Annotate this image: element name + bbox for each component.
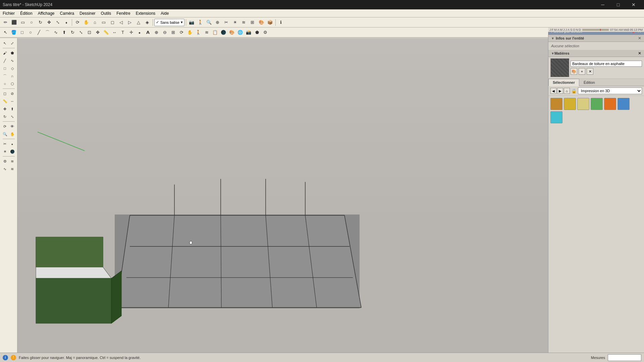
t2-component[interactable]: 📋: [211, 28, 219, 37]
tab-edition[interactable]: Édition: [579, 79, 599, 86]
select-secondary-btn[interactable]: ⤢: [9, 40, 16, 47]
tape-btn[interactable]: 📏: [1, 98, 9, 105]
pan-btn[interactable]: ✋: [82, 18, 90, 26]
nav-home-btn[interactable]: ⌂: [564, 88, 570, 94]
mat-pick-btn[interactable]: 🎨: [571, 68, 577, 75]
t2-arc[interactable]: ⌒: [43, 28, 51, 37]
left-btn[interactable]: ◁: [117, 18, 125, 26]
t2-layers[interactable]: ≋: [203, 28, 211, 37]
t2-push[interactable]: ⬆: [60, 28, 68, 37]
menu-item-édition[interactable]: Édition: [17, 9, 35, 17]
front-btn[interactable]: ▭: [100, 18, 108, 26]
sandbox2-lt-btn[interactable]: ≋: [9, 165, 16, 173]
section-lt-btn[interactable]: ✂: [1, 140, 9, 147]
scale-tool-btn[interactable]: ⤡: [54, 18, 62, 26]
info-icon[interactable]: i: [3, 355, 8, 360]
nav-back-btn[interactable]: ◀: [550, 88, 556, 94]
sandbox-lt-btn[interactable]: ∿: [1, 165, 9, 173]
t2-zoom-fit[interactable]: ⊞: [169, 28, 177, 37]
fill-btn[interactable]: ⬟: [9, 49, 16, 57]
close-button[interactable]: ✕: [626, 0, 641, 9]
rotate-lt-btn[interactable]: ↻: [1, 113, 9, 120]
t2-tape[interactable]: 📏: [102, 28, 110, 37]
entity-info-header[interactable]: ▼ Infos sur l'entité ✕: [548, 35, 644, 42]
menu-item-fichier[interactable]: Fichier: [0, 9, 17, 17]
entity-btn[interactable]: ℹ: [277, 18, 285, 26]
t2-rotate[interactable]: ↻: [68, 28, 76, 37]
swatch-orange[interactable]: [604, 98, 616, 110]
section2-lt-btn[interactable]: ⬥: [9, 140, 16, 147]
sections-btn[interactable]: ✂: [222, 18, 230, 26]
top-btn[interactable]: △: [135, 18, 143, 26]
entity-close-btn[interactable]: ✕: [638, 36, 641, 41]
scale-lt-btn[interactable]: ⤡: [9, 113, 16, 120]
menu-item-affichage[interactable]: Affichage: [35, 9, 57, 17]
walk-btn[interactable]: 🚶: [196, 18, 204, 26]
t2-advanced[interactable]: ⚙: [261, 28, 269, 37]
match-btn[interactable]: ⊞: [249, 18, 257, 26]
t2-zoom-in[interactable]: ⊕: [152, 28, 160, 37]
timeline-progress[interactable]: [582, 29, 609, 31]
right-btn[interactable]: ▷: [126, 18, 134, 26]
menu-item-dessiner[interactable]: Dessiner: [77, 9, 98, 17]
menu-item-outils[interactable]: Outils: [98, 9, 114, 17]
t2-freehand[interactable]: ∿: [52, 28, 60, 37]
orbit-lt-btn[interactable]: ⟳: [1, 123, 9, 130]
offset-tool-btn[interactable]: ⬧: [62, 18, 70, 26]
minimize-button[interactable]: ─: [595, 0, 610, 9]
swatch-green[interactable]: [591, 98, 603, 110]
tab-select[interactable]: Sélectionner: [548, 79, 579, 86]
zoom-ext-btn[interactable]: ⊕: [214, 18, 222, 26]
rect-tool-btn[interactable]: ▭: [19, 18, 27, 26]
menu-item-aide[interactable]: Aide: [158, 9, 171, 17]
t2-zoom-out[interactable]: ⊖: [161, 28, 169, 37]
t2-dim[interactable]: ↔: [110, 28, 118, 37]
t2-orbit[interactable]: ⟳: [177, 28, 185, 37]
swatch-yellow-brown[interactable]: [564, 98, 576, 110]
t2-material2[interactable]: 🎨: [228, 28, 236, 37]
back-btn[interactable]: ◻: [108, 18, 116, 26]
paint-btn[interactable]: 🖌: [1, 49, 9, 57]
materials-header[interactable]: ▼ Matières ✕: [548, 50, 644, 57]
t2-geo[interactable]: 🌐: [236, 28, 244, 37]
menu-item-caméra[interactable]: Caméra: [57, 9, 77, 17]
settings-lt-btn[interactable]: ⚙: [1, 158, 9, 165]
swatch-cyan[interactable]: [550, 111, 562, 123]
erase-btn[interactable]: ◻: [1, 90, 9, 97]
iso-btn[interactable]: ◈: [143, 18, 151, 26]
t2-axes[interactable]: ✛: [127, 28, 135, 37]
erase2-btn[interactable]: ⊘: [9, 90, 16, 97]
pencil-tool-btn[interactable]: ✏: [1, 18, 9, 26]
comp-btn[interactable]: 📦: [266, 18, 274, 26]
lock-icon[interactable]: 🔒: [571, 88, 577, 94]
move-tool-btn[interactable]: ✥: [45, 18, 53, 26]
rect-lt-btn[interactable]: □: [1, 65, 9, 72]
look-btn[interactable]: 👁: [9, 123, 16, 130]
pan-lt-btn[interactable]: ✋: [9, 130, 16, 138]
swatch-blue[interactable]: [618, 98, 630, 110]
t2-paint[interactable]: 🪣: [10, 28, 18, 37]
t2-text[interactable]: T: [119, 28, 127, 37]
materials-close-btn[interactable]: ✕: [638, 51, 641, 56]
swatch-pale-yellow[interactable]: [577, 98, 589, 110]
t2-pan[interactable]: ✋: [186, 28, 194, 37]
t2-rect[interactable]: □: [18, 28, 26, 37]
push-btn[interactable]: ⬆: [9, 105, 16, 113]
t2-3d-text[interactable]: 𝗔: [144, 28, 152, 37]
t2-shadow[interactable]: 🌑: [219, 28, 227, 37]
mat-add-btn[interactable]: +: [579, 68, 585, 75]
t2-scale[interactable]: ⤡: [77, 28, 85, 37]
fog-btn[interactable]: ≋: [240, 18, 248, 26]
viewport[interactable]: [17, 38, 548, 353]
t2-line[interactable]: ╱: [35, 28, 43, 37]
arc-btn[interactable]: ⌒: [1, 72, 9, 80]
t2-photo[interactable]: 📸: [245, 28, 253, 37]
mat-name-input[interactable]: [571, 61, 642, 67]
shadow-lt-btn[interactable]: 🌑: [9, 148, 16, 155]
layers-lt-btn[interactable]: ≋: [9, 158, 16, 165]
zoom-lt-btn[interactable]: 🔍: [1, 130, 9, 138]
polygon-lt-btn[interactable]: ⬡: [9, 80, 16, 87]
orbit-btn[interactable]: ⟳: [73, 18, 82, 26]
material-btn[interactable]: 🎨: [257, 18, 265, 26]
line-btn[interactable]: ╱: [1, 57, 9, 64]
